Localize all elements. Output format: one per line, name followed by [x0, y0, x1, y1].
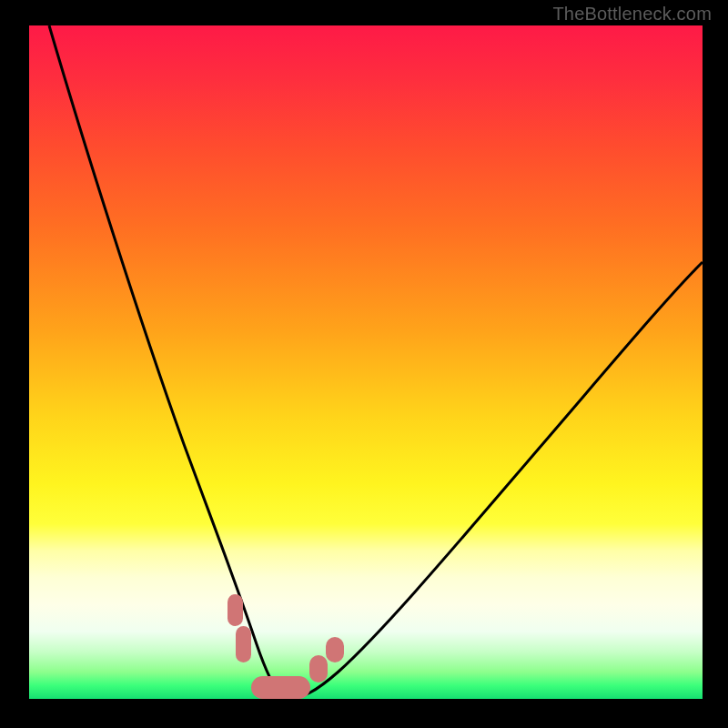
bottleneck-curve-right [286, 262, 703, 699]
attribution-label: TheBottleneck.com [552, 4, 712, 25]
blob-left-upper [228, 594, 243, 626]
blob-right-upper [326, 637, 344, 662]
plot-area [29, 25, 703, 699]
bottleneck-curve-svg [29, 25, 703, 699]
blob-left-lower [236, 626, 251, 662]
chart-frame: TheBottleneck.com [0, 0, 728, 728]
blob-bottom [251, 676, 310, 699]
blob-right-lower [309, 655, 328, 682]
bottleneck-curve-left [49, 25, 286, 699]
